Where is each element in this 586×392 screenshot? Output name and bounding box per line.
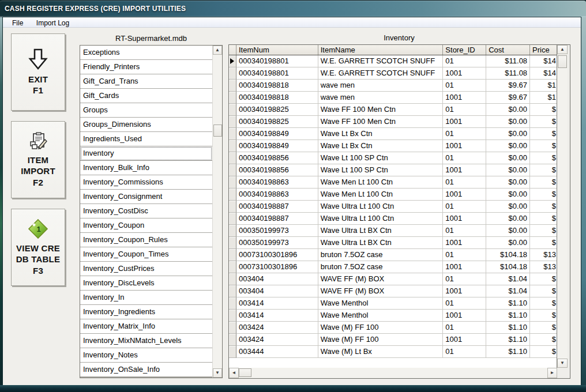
- cell-price[interactable]: $: [530, 334, 557, 346]
- table-row[interactable]: 000340198856Wave Lt 100 SP Ctn1001$0.00$: [229, 164, 557, 176]
- row-indicator[interactable]: [229, 164, 236, 176]
- cell-store_id[interactable]: 01: [443, 80, 486, 92]
- cell-itemnum[interactable]: 000340198863: [236, 176, 318, 189]
- cell-price[interactable]: $: [530, 164, 557, 176]
- cell-cost[interactable]: $1.10: [486, 297, 530, 310]
- list-item[interactable]: Groups: [80, 103, 212, 118]
- cell-itemnum[interactable]: 000340198818: [236, 80, 318, 92]
- cell-itemnum[interactable]: 003404: [236, 285, 318, 297]
- cell-store_id[interactable]: 01: [443, 225, 486, 237]
- cell-cost[interactable]: $0.00: [486, 152, 530, 164]
- list-item[interactable]: Inventory_Bulk_Info: [80, 161, 212, 175]
- cell-store_id[interactable]: 1001: [443, 334, 486, 346]
- cell-itemname[interactable]: WAVE FF (M) BOX: [318, 273, 444, 285]
- cell-itemnum[interactable]: 003414: [236, 310, 318, 322]
- list-item[interactable]: Inventory: [80, 146, 212, 161]
- cell-price[interactable]: $: [530, 285, 557, 297]
- cell-store_id[interactable]: 01: [443, 297, 486, 310]
- cell-store_id[interactable]: 01: [443, 104, 486, 116]
- cell-cost[interactable]: $9.67: [486, 92, 530, 104]
- row-indicator[interactable]: [229, 67, 236, 80]
- cell-itemname[interactable]: Wave Ultra Lt BX Ctn: [318, 225, 444, 237]
- cell-itemnum[interactable]: 00073100301896: [236, 249, 318, 261]
- tables-list-scrollbar-thumb[interactable]: [213, 125, 222, 137]
- cell-price[interactable]: $13: [530, 249, 557, 261]
- cell-itemname[interactable]: Wave (M) FF 100: [318, 322, 444, 334]
- table-row[interactable]: 000340198863Wave Men Lt 100 Ctn01$0.00$: [229, 176, 557, 189]
- column-header-price[interactable]: Price: [530, 45, 557, 55]
- cell-price[interactable]: $: [530, 116, 557, 128]
- scroll-up-arrow-icon[interactable]: ▲: [213, 46, 222, 55]
- table-row[interactable]: 000340198818wave men01$9.67$1: [229, 80, 557, 92]
- table-row[interactable]: 000340198849Wave Lt Bx Ctn1001$0.00$: [229, 140, 557, 152]
- table-row[interactable]: 000340198825Wave FF 100 Men Ctn01$0.00$: [229, 104, 557, 116]
- cell-price[interactable]: $: [530, 273, 557, 285]
- cell-itemnum[interactable]: 003404: [236, 273, 318, 285]
- list-item[interactable]: Ingredients_Used: [80, 132, 212, 146]
- cell-itemnum[interactable]: 000350199973: [236, 237, 318, 249]
- column-header-store_id[interactable]: Store_ID: [443, 45, 486, 55]
- cell-cost[interactable]: $1.10: [486, 334, 530, 346]
- cell-cost[interactable]: $1.10: [486, 322, 530, 334]
- list-item[interactable]: Groups_Dimensions: [80, 118, 212, 132]
- menu-import-log[interactable]: Import Log: [31, 18, 74, 28]
- cell-cost[interactable]: $11.08: [486, 67, 530, 80]
- table-row[interactable]: 00073100301896bruton 7.5OZ case01$104.18…: [229, 249, 557, 261]
- table-row[interactable]: 003404WAVE FF (M) BOX01$1.04$: [229, 273, 557, 285]
- row-indicator[interactable]: [229, 346, 236, 358]
- table-row[interactable]: 000340198801W.E. GARRETT SCOTCH SNUFF01$…: [229, 55, 557, 67]
- row-indicator[interactable]: [229, 261, 236, 273]
- cell-store_id[interactable]: 1001: [443, 285, 486, 297]
- list-item[interactable]: Inventory_Consignment: [80, 190, 212, 204]
- cell-cost[interactable]: $0.00: [486, 201, 530, 213]
- table-row[interactable]: 000340198818wave men1001$9.67$1: [229, 92, 557, 104]
- cell-itemnum[interactable]: 000340198825: [236, 104, 318, 116]
- cell-store_id[interactable]: 01: [443, 201, 486, 213]
- list-item[interactable]: Inventory_OnSale_Info: [80, 363, 212, 377]
- grid-scroll-up-arrow-icon[interactable]: ▲: [557, 45, 568, 54]
- cell-price[interactable]: $: [530, 237, 557, 249]
- cell-itemnum[interactable]: 000340198818: [236, 92, 318, 104]
- grid-horizontal-scrollbar[interactable]: ◄ ►: [229, 368, 557, 378]
- row-indicator[interactable]: [229, 116, 236, 128]
- cell-store_id[interactable]: 01: [443, 273, 486, 285]
- cell-price[interactable]: $: [530, 140, 557, 152]
- list-item[interactable]: Gift_Card_Trans: [80, 74, 212, 89]
- table-row[interactable]: 003404WAVE FF (M) BOX1001$1.04$: [229, 285, 557, 297]
- cell-itemname[interactable]: Wave Men Lt 100 Ctn: [318, 176, 444, 189]
- menu-file[interactable]: File: [7, 18, 28, 28]
- list-item[interactable]: Inventory_CustPrices: [80, 262, 212, 276]
- item-import-button[interactable]: ITEMIMPORTF2: [11, 121, 65, 198]
- list-item[interactable]: Inventory_DiscLevels: [80, 276, 212, 291]
- cell-itemname[interactable]: Wave Lt Bx Ctn: [318, 140, 444, 152]
- cell-store_id[interactable]: 01: [443, 128, 486, 140]
- cell-store_id[interactable]: 1001: [443, 261, 486, 273]
- list-item[interactable]: Gift_Cards: [80, 89, 212, 103]
- grid-scroll-down-arrow-icon[interactable]: ▼: [557, 359, 568, 368]
- cell-price[interactable]: $: [530, 152, 557, 164]
- cell-itemnum[interactable]: 000340198856: [236, 152, 318, 164]
- cell-itemnum[interactable]: 003444: [236, 346, 318, 358]
- cell-itemname[interactable]: wave men: [318, 92, 444, 104]
- cell-itemnum[interactable]: 000340198856: [236, 164, 318, 176]
- cell-price[interactable]: $: [530, 176, 557, 189]
- row-indicator[interactable]: [229, 213, 236, 225]
- cell-itemnum[interactable]: 000340198825: [236, 116, 318, 128]
- table-row[interactable]: 000340198801W.E. GARRETT SCOTCH SNUFF100…: [229, 67, 557, 80]
- cell-itemnum[interactable]: 000340198887: [236, 213, 318, 225]
- titlebar[interactable]: CASH REGISTER EXPRESS (CRE) IMPORT UTILI…: [0, 0, 586, 17]
- cell-cost[interactable]: $0.00: [486, 176, 530, 189]
- active-row-indicator[interactable]: [229, 55, 236, 67]
- cell-itemnum[interactable]: 000350199973: [236, 225, 318, 237]
- list-item[interactable]: Inventory_Matrix_Info: [80, 319, 212, 334]
- cell-store_id[interactable]: 1001: [443, 164, 486, 176]
- row-indicator[interactable]: [229, 225, 236, 237]
- cell-cost[interactable]: $1.10: [486, 346, 530, 358]
- table-row[interactable]: 00073100301896bruton 7.5OZ case1001$104.…: [229, 261, 557, 273]
- cell-itemname[interactable]: WAVE FF (M) BOX: [318, 285, 444, 297]
- cell-itemname[interactable]: bruton 7.5OZ case: [318, 261, 444, 273]
- cell-store_id[interactable]: 01: [443, 55, 486, 67]
- cell-itemname[interactable]: Wave Lt 100 SP Ctn: [318, 164, 444, 176]
- cell-itemnum[interactable]: 000340198801: [236, 55, 318, 67]
- cell-itemname[interactable]: Wave Menthol: [318, 297, 444, 310]
